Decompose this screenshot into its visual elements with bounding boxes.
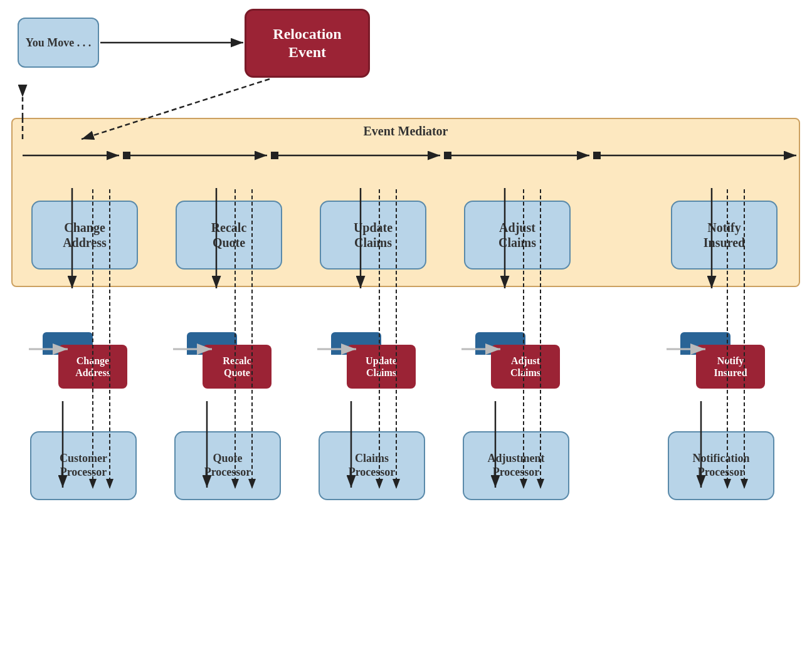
notify-insured-service-icon: NotifyInsured <box>674 332 768 389</box>
event-mediator-container: Event Mediator ChangeAddress RecalcQuote… <box>11 118 800 287</box>
mediator-adjust-claims: AdjustClaims <box>464 201 571 270</box>
mediator-adjust-claims-label: AdjustClaims <box>498 220 536 250</box>
arrows-overlay <box>0 0 812 660</box>
adjust-claims-msg-box: AdjustClaims <box>491 345 560 389</box>
quote-processor-box: QuoteProcessor <box>174 431 281 500</box>
update-claims-msg-box: UpdateClaims <box>347 345 416 389</box>
customer-processor-box: CustomerProcessor <box>30 431 137 500</box>
notification-processor-box: NotificationProcessor <box>668 431 774 500</box>
you-move-label: You Move . . . <box>26 36 92 50</box>
mediator-update-claims: UpdateClaims <box>320 201 426 270</box>
relocation-event-box: RelocationEvent <box>245 9 370 78</box>
service-group-notify-insured: NotifyInsured NotificationProcessor <box>668 332 774 500</box>
mediator-change-address: ChangeAddress <box>31 201 138 270</box>
change-address-service-icon: ChangeAddress <box>36 332 130 389</box>
event-mediator-label: Event Mediator <box>13 124 799 139</box>
service-group-change-address: ChangeAddress CustomerProcessor <box>30 332 137 500</box>
mediator-recalc-quote: RecalcQuote <box>176 201 282 270</box>
diagram-container: You Move . . . RelocationEvent Event Med… <box>0 0 812 660</box>
mediator-notify-insured: NotifyInsured <box>671 201 778 270</box>
mediator-update-claims-label: UpdateClaims <box>354 220 393 250</box>
notify-insured-msg-box: NotifyInsured <box>696 345 765 389</box>
recalc-quote-service-icon: RecalcQuote <box>181 332 275 389</box>
service-group-update-claims: UpdateClaims ClaimsProcessor <box>319 332 425 500</box>
service-group-adjust-claims: AdjustClaims AdjustmentProcessor <box>463 332 569 500</box>
you-move-box: You Move . . . <box>18 18 99 68</box>
mediator-recalc-quote-label: RecalcQuote <box>211 220 247 250</box>
adjust-claims-service-icon: AdjustClaims <box>469 332 563 389</box>
service-group-recalc-quote: RecalcQuote QuoteProcessor <box>174 332 281 500</box>
adjustment-processor-box: AdjustmentProcessor <box>463 431 569 500</box>
change-address-msg-box: ChangeAddress <box>58 345 127 389</box>
recalc-quote-msg-box: RecalcQuote <box>203 345 272 389</box>
mediator-change-address-label: ChangeAddress <box>63 220 107 250</box>
claims-processor-box: ClaimsProcessor <box>319 431 425 500</box>
update-claims-service-icon: UpdateClaims <box>325 332 419 389</box>
relocation-event-label: RelocationEvent <box>273 25 341 61</box>
mediator-notify-insured-label: NotifyInsured <box>704 220 745 250</box>
